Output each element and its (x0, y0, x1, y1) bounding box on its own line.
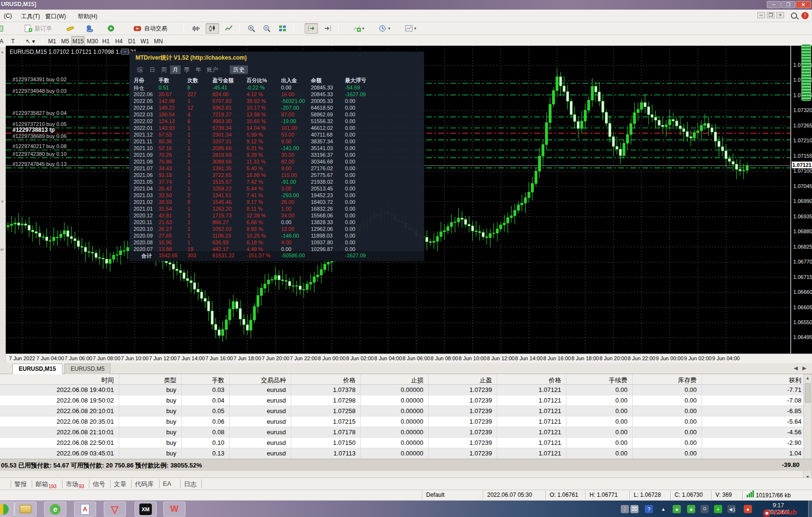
terminal-tab-文章[interactable]: 文章 (114, 480, 126, 489)
terminal-tab-EA[interactable]: EA (163, 480, 171, 487)
tab-scroll-right-icon[interactable]: ▶ (802, 365, 806, 371)
timeframe-M30[interactable]: M30 (86, 36, 99, 47)
axis-scroll-widget[interactable] (801, 44, 811, 101)
bar-chart-mode-button[interactable] (189, 23, 203, 34)
tray-wechat-icon[interactable]: ● (673, 505, 681, 513)
child-minimize-button[interactable]: ─ (757, 12, 765, 18)
timeframe-M5[interactable]: M5 (59, 36, 71, 47)
cut-button[interactable] (0, 23, 6, 34)
tray-wechat2-icon[interactable]: ● (687, 505, 695, 513)
collapsed-side-strip[interactable]: × × er (0, 48, 6, 363)
taskbar-app-xm-terminal[interactable]: XM (135, 502, 157, 517)
periods-button[interactable]: ▾ (375, 23, 394, 34)
taskbar-app-wps-office[interactable]: W (163, 502, 185, 517)
tray-keyboard-icon[interactable]: ⌧ (630, 505, 639, 513)
timeframe-D1[interactable]: D1 (126, 36, 138, 47)
panel-tab-月[interactable]: 月 (170, 65, 181, 74)
restore-button[interactable]: ❐ (781, 1, 795, 8)
templates-dropdown-icon[interactable]: ▾ (414, 26, 417, 31)
zoom-in-button[interactable] (245, 23, 258, 34)
market-signal-icon[interactable] (104, 23, 118, 34)
minimize-button[interactable]: ─ (767, 1, 781, 8)
notification-icon[interactable]: ! (801, 12, 809, 19)
timeframe-H1[interactable]: H1 (100, 36, 112, 47)
terminal-row-5[interactable]: 2022.06.08 22:50:01buy0.10eurusd1.071500… (0, 438, 803, 448)
tray-tim-icon[interactable]: ● (744, 505, 752, 513)
text-label-icon[interactable]: T (7, 36, 19, 47)
panel-tab-账户[interactable]: 账户 (204, 65, 221, 74)
templates-button[interactable]: ▾ (401, 23, 420, 34)
terminal-col-2[interactable]: 手数 (212, 376, 224, 385)
terminal-col-6[interactable]: 止盈 (480, 376, 492, 385)
terminal-row-3[interactable]: 2022.06.08 20:35:01buy0.06eurusd1.072150… (0, 416, 803, 427)
auto-trading-button[interactable]: 自动交易 (124, 23, 177, 34)
tray-volume-icon[interactable]: ◄) (727, 505, 736, 513)
panel-minimize-button[interactable]: − (121, 49, 129, 55)
chart-tab-1[interactable]: EURUSD,M5 (64, 364, 111, 374)
panel-tab-综[interactable]: 综 (135, 65, 145, 74)
close-button[interactable]: ✕ (796, 1, 811, 8)
scroll-up-icon[interactable]: ▲ (804, 376, 812, 380)
terminal-col-1[interactable]: 类型 (164, 376, 176, 385)
panel-tab-周[interactable]: 周 (159, 65, 169, 74)
timeframe-MN[interactable]: MN (152, 36, 165, 47)
terminal-row-1[interactable]: 2022.06.08 19:50:02buy0.04eurusd1.072980… (0, 395, 803, 406)
menu-item-3[interactable]: 帮助(H) (76, 12, 99, 22)
terminal-tab-市场[interactable]: 市场93 (66, 480, 84, 489)
panel-tab-季[interactable]: 季 (182, 65, 192, 74)
terminal-tab-警报[interactable]: 警报 (14, 480, 27, 489)
menu-item-1[interactable]: 工具(T) (19, 12, 42, 22)
terminal-row-4[interactable]: 2022.06.08 21:10:01buy0.08eurusd1.071780… (0, 427, 803, 438)
terminal-col-8[interactable]: 手续费 (609, 376, 627, 385)
line-chart-mode-button[interactable] (222, 23, 235, 34)
tray-chevron-icon[interactable]: ▴ (659, 505, 667, 513)
terminal-tab-信号[interactable]: 信号 (93, 480, 105, 489)
child-close-button[interactable]: × (776, 12, 784, 18)
taskbar-app-wps-writer-doc[interactable]: A (74, 502, 96, 517)
periods-dropdown-icon[interactable]: ▾ (388, 26, 391, 31)
terminal-col-5[interactable]: 止损 (411, 376, 423, 385)
panel-tab-年[interactable]: 年 (193, 65, 204, 74)
scroll-thumb[interactable] (805, 383, 811, 403)
chart-shift-button[interactable] (305, 23, 318, 34)
terminal-col-4[interactable]: 价格 (343, 376, 356, 385)
crayon-icon[interactable] (63, 23, 77, 34)
taskbar-app-start-circle[interactable] (0, 502, 14, 517)
panel-tab-日[interactable]: 日 (147, 65, 158, 74)
time-axis[interactable]: 7 Jun 20227 Jun 04:007 Jun 06:007 Jun 08… (6, 353, 812, 363)
cursor-icon[interactable]: A (0, 36, 6, 47)
timeframe-M1[interactable]: M1 (46, 36, 58, 47)
chart-tab-0[interactable]: EURUSD,M15 (12, 364, 62, 375)
timeframe-W1[interactable]: W1 (139, 36, 151, 47)
tray-network-icon[interactable]: ⌑ (701, 505, 709, 513)
indicators-button[interactable]: ▾ (349, 23, 368, 34)
tab-scroll-left-icon[interactable]: ◀ (794, 365, 798, 371)
taskbar-app-red-triangle-app[interactable]: ▽ (104, 502, 126, 517)
menu-item-2[interactable]: 窗口(W) (43, 12, 68, 22)
terminal-col-3[interactable]: 交易品种 (261, 376, 286, 385)
timeframe-M15[interactable]: M15 (71, 36, 85, 47)
terminal-col-7[interactable]: 价格 (549, 376, 561, 385)
zoom-out-button[interactable] (260, 23, 274, 34)
terminal-tab-邮箱[interactable]: 邮箱193 (36, 480, 57, 489)
terminal-row-0[interactable]: 2022.06.08 19:40:01buy0.03eurusd1.073780… (0, 385, 803, 395)
terminal-tab-日志[interactable]: 日志 (184, 480, 197, 489)
draw-tools-icon[interactable]: ↖ ▾ (21, 36, 39, 47)
profile-selector[interactable]: Default (422, 491, 483, 500)
tray-help-icon[interactable]: ? (645, 505, 653, 513)
terminal-col-0[interactable]: 时间 (101, 376, 114, 385)
terminal-col-9[interactable]: 库存费 (678, 376, 697, 385)
panel-tab-history[interactable]: 历史 (230, 65, 248, 74)
terminal-tab-代码库[interactable]: 代码库 (135, 480, 154, 489)
show-desktop-button[interactable] (808, 501, 812, 517)
indicators-dropdown-icon[interactable]: ▾ (362, 26, 365, 31)
terminal-row-2[interactable]: 2022.06.08 20:10:01buy0.05eurusd1.072580… (0, 406, 803, 416)
candlestick-mode-button[interactable] (206, 23, 219, 34)
tile-windows-button[interactable] (276, 23, 289, 34)
menu-item-0[interactable]: (C) (2, 12, 14, 20)
timeframe-H4[interactable]: H4 (113, 36, 125, 47)
publisher-icon[interactable] (83, 23, 97, 34)
terminal-row-6[interactable]: 2022.06.09 03:45:01buy0.13eurusd1.071130… (0, 448, 803, 459)
child-restore-button[interactable]: ❐ (767, 12, 775, 18)
auto-scroll-button[interactable] (321, 23, 334, 34)
